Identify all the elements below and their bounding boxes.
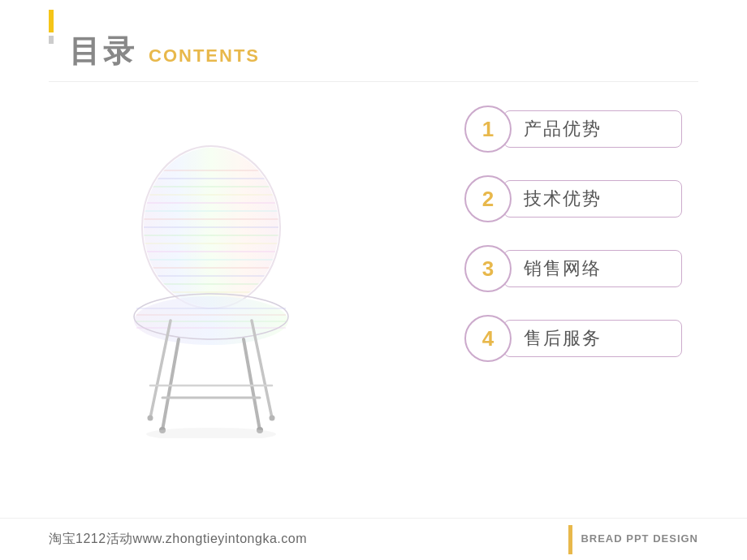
- menu-number-1: 1: [482, 117, 494, 142]
- top-accent-decoration: [49, 10, 54, 44]
- menu-number-circle-2: 2: [464, 175, 512, 222]
- menu-label-text-3: 销售网络: [524, 256, 602, 281]
- svg-point-33: [148, 416, 153, 421]
- footer-url: 淘宝1212活动www.zhongtieyintongka.com: [49, 531, 307, 548]
- menu-item-1[interactable]: 1 产品优势: [464, 106, 682, 153]
- menu-label-text-2: 技术优势: [524, 187, 602, 211]
- footer-accent-bar: [568, 525, 572, 554]
- menu-label-box-2: 技术优势: [503, 180, 682, 218]
- svg-point-35: [146, 428, 276, 438]
- menu-label-box-4: 售后服务: [503, 320, 682, 357]
- footer-brand-text: BREAD PPT DESIGN: [581, 532, 698, 546]
- menu-number-4: 4: [482, 326, 494, 351]
- page-footer: 淘宝1212活动www.zhongtieyintongka.com BREAD …: [0, 518, 747, 560]
- menu-label-box-1: 产品优势: [503, 110, 682, 148]
- menu-number-circle-1: 1: [464, 106, 512, 153]
- accent-bar-yellow: [49, 10, 54, 32]
- menu-number-circle-3: 3: [464, 245, 512, 292]
- header-divider: [49, 81, 698, 82]
- menu-number-3: 3: [482, 256, 494, 282]
- page-title-en: CONTENTS: [149, 45, 260, 67]
- accent-bar-gray: [49, 36, 54, 44]
- contents-menu-list: 1 产品优势 2 技术优势 3 销售网络 4 售后服务: [464, 106, 682, 362]
- chair-image-area: [65, 114, 357, 454]
- menu-label-box-3: 销售网络: [503, 250, 682, 287]
- menu-item-3[interactable]: 3 销售网络: [464, 245, 682, 292]
- menu-number-circle-4: 4: [464, 315, 512, 362]
- page-header: 目录 CONTENTS: [69, 31, 260, 72]
- page-title-cn: 目录: [69, 31, 137, 72]
- chair-illustration: [89, 130, 333, 438]
- menu-label-text-1: 产品优势: [524, 117, 602, 141]
- menu-item-2[interactable]: 2 技术优势: [464, 175, 682, 222]
- footer-brand-area: BREAD PPT DESIGN: [568, 525, 698, 554]
- svg-point-19: [134, 296, 288, 345]
- menu-item-4[interactable]: 4 售后服务: [464, 315, 682, 362]
- menu-number-2: 2: [482, 187, 494, 212]
- svg-point-34: [270, 416, 275, 421]
- menu-label-text-4: 售后服务: [524, 326, 602, 351]
